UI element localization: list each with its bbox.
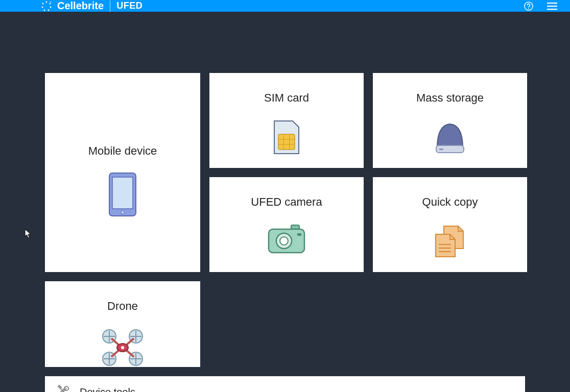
quick-copy-icon — [431, 224, 469, 260]
svg-rect-10 — [547, 3, 557, 4]
svg-point-1 — [50, 3, 51, 4]
svg-rect-27 — [297, 233, 301, 236]
svg-point-48 — [121, 346, 124, 349]
tile-drone[interactable]: Drone — [45, 281, 200, 367]
logo-icon — [41, 1, 52, 12]
tile-sim-card[interactable]: SIM card — [209, 73, 364, 168]
svg-point-6 — [42, 3, 44, 4]
main-area: Mobile device SIM card — [0, 12, 570, 392]
header-actions — [524, 2, 558, 11]
tile-grid: Mobile device SIM card — [45, 73, 525, 367]
tile-quick-copy[interactable]: Quick copy — [373, 177, 527, 272]
tile-label-mass: Mass storage — [416, 91, 484, 105]
tile-mobile-device[interactable]: Mobile device — [45, 73, 200, 272]
svg-point-26 — [280, 237, 288, 245]
svg-point-3 — [48, 9, 50, 11]
cursor-icon — [25, 229, 32, 241]
svg-point-4 — [44, 9, 45, 11]
svg-rect-12 — [547, 9, 557, 10]
app-header: Cellebrite UFED — [0, 0, 570, 12]
svg-point-0 — [46, 1, 48, 3]
help-icon[interactable] — [524, 2, 533, 11]
svg-rect-11 — [547, 6, 557, 7]
svg-rect-22 — [439, 149, 443, 150]
menu-icon[interactable] — [547, 2, 558, 11]
tile-ufed-camera[interactable]: UFED camera — [209, 177, 364, 272]
mobile-device-icon — [108, 172, 137, 217]
svg-point-15 — [121, 211, 124, 214]
svg-point-5 — [42, 6, 43, 8]
svg-point-9 — [528, 8, 529, 9]
tile-label-sim: SIM card — [264, 91, 309, 105]
camera-icon — [267, 224, 306, 255]
mass-storage-icon — [432, 120, 468, 156]
brand: Cellebrite — [41, 0, 104, 12]
svg-point-8 — [525, 2, 533, 10]
svg-rect-14 — [112, 177, 133, 209]
svg-point-2 — [50, 6, 52, 8]
tile-label-quick: Quick copy — [422, 195, 478, 209]
tools-icon — [55, 383, 70, 392]
tile-label-camera: UFED camera — [251, 195, 322, 209]
device-tools-bar[interactable]: Device tools — [45, 376, 525, 392]
product-name: UFED — [116, 1, 142, 11]
brand-name: Cellebrite — [57, 0, 104, 12]
tile-label-mobile: Mobile device — [88, 144, 157, 158]
tile-label-drone: Drone — [107, 300, 138, 313]
tile-mass-storage[interactable]: Mass storage — [373, 73, 527, 168]
device-tools-label: Device tools — [80, 386, 135, 393]
drone-icon — [101, 328, 144, 367]
sim-card-icon — [273, 120, 300, 155]
brand-separator — [110, 1, 110, 12]
svg-rect-16 — [278, 134, 295, 150]
svg-point-7 — [51, 1, 52, 2]
